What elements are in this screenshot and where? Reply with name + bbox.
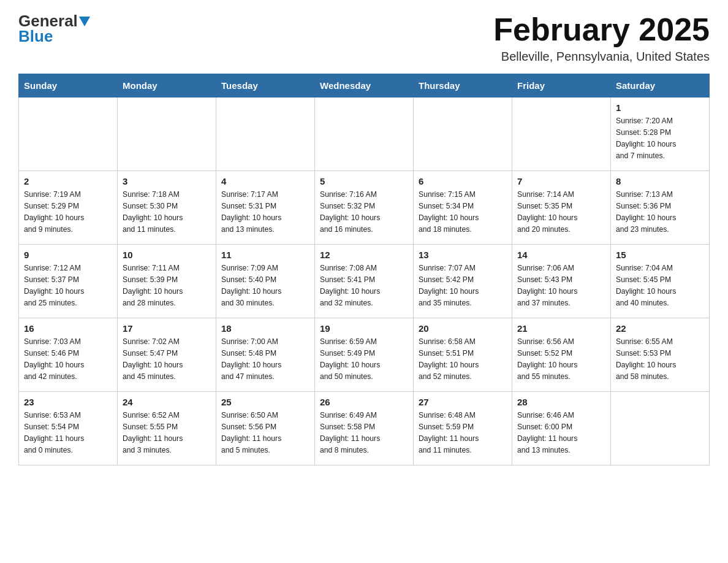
day-of-week-header: Wednesday [315,74,414,98]
calendar-day-cell [19,98,118,171]
day-number: 17 [123,323,211,334]
month-title: February 2025 [493,12,710,47]
day-number: 18 [221,323,309,334]
day-number: 6 [419,176,507,186]
day-number: 5 [320,176,408,186]
day-info: Sunrise: 7:06 AM Sunset: 5:43 PM Dayligh… [517,262,605,309]
day-info: Sunrise: 7:17 AM Sunset: 5:31 PM Dayligh… [221,189,309,236]
day-number: 26 [320,397,408,407]
page-header: General Blue February 2025 Belleville, P… [18,12,710,64]
day-info: Sunrise: 7:08 AM Sunset: 5:41 PM Dayligh… [320,262,408,309]
title-block: February 2025 Belleville, Pennsylvania, … [493,12,710,64]
logo: General Blue [18,12,90,45]
calendar-day-cell: 17Sunrise: 7:02 AM Sunset: 5:47 PM Dayli… [118,318,216,392]
calendar-day-cell: 9Sunrise: 7:12 AM Sunset: 5:37 PM Daylig… [19,245,118,318]
calendar-day-cell [216,98,315,171]
day-info: Sunrise: 7:20 AM Sunset: 5:28 PM Dayligh… [616,115,704,162]
calendar-day-cell: 4Sunrise: 7:17 AM Sunset: 5:31 PM Daylig… [216,171,315,245]
day-number: 2 [24,176,112,186]
location: Belleville, Pennsylvania, United States [493,50,710,64]
calendar-day-cell: 1Sunrise: 7:20 AM Sunset: 5:28 PM Daylig… [611,98,710,171]
day-of-week-header: Friday [512,74,611,98]
day-number: 14 [517,250,605,260]
day-number: 20 [419,323,507,334]
calendar-week-row: 16Sunrise: 7:03 AM Sunset: 5:46 PM Dayli… [19,318,710,392]
calendar-day-cell: 20Sunrise: 6:58 AM Sunset: 5:51 PM Dayli… [414,318,512,392]
day-of-week-header: Thursday [414,74,512,98]
calendar-day-cell: 14Sunrise: 7:06 AM Sunset: 5:43 PM Dayli… [512,245,611,318]
calendar-day-cell: 8Sunrise: 7:13 AM Sunset: 5:36 PM Daylig… [611,171,710,245]
day-number: 4 [221,176,309,186]
day-number: 13 [419,250,507,260]
calendar-day-cell: 13Sunrise: 7:07 AM Sunset: 5:42 PM Dayli… [414,245,512,318]
day-info: Sunrise: 7:13 AM Sunset: 5:36 PM Dayligh… [616,189,704,236]
calendar-day-cell: 12Sunrise: 7:08 AM Sunset: 5:41 PM Dayli… [315,245,414,318]
day-info: Sunrise: 7:09 AM Sunset: 5:40 PM Dayligh… [221,262,309,309]
calendar-week-row: 2Sunrise: 7:19 AM Sunset: 5:29 PM Daylig… [19,171,710,245]
day-info: Sunrise: 6:46 AM Sunset: 6:00 PM Dayligh… [517,410,605,456]
day-number: 15 [616,250,704,260]
day-info: Sunrise: 7:15 AM Sunset: 5:34 PM Dayligh… [419,189,507,236]
calendar-day-cell: 21Sunrise: 6:56 AM Sunset: 5:52 PM Dayli… [512,318,611,392]
day-info: Sunrise: 7:16 AM Sunset: 5:32 PM Dayligh… [320,189,408,236]
calendar-day-cell [315,98,414,171]
day-info: Sunrise: 6:55 AM Sunset: 5:53 PM Dayligh… [616,336,704,383]
calendar-day-cell: 11Sunrise: 7:09 AM Sunset: 5:40 PM Dayli… [216,245,315,318]
day-number: 19 [320,323,408,334]
calendar-day-cell: 7Sunrise: 7:14 AM Sunset: 5:35 PM Daylig… [512,171,611,245]
day-number: 22 [616,323,704,334]
calendar-header: SundayMondayTuesdayWednesdayThursdayFrid… [19,74,710,98]
day-of-week-header: Monday [118,74,216,98]
calendar-week-row: 1Sunrise: 7:20 AM Sunset: 5:28 PM Daylig… [19,98,710,171]
calendar-day-cell: 3Sunrise: 7:18 AM Sunset: 5:30 PM Daylig… [118,171,216,245]
calendar-day-cell: 24Sunrise: 6:52 AM Sunset: 5:55 PM Dayli… [118,392,216,465]
calendar-day-cell: 18Sunrise: 7:00 AM Sunset: 5:48 PM Dayli… [216,318,315,392]
calendar-header-row: SundayMondayTuesdayWednesdayThursdayFrid… [19,74,710,98]
day-info: Sunrise: 6:53 AM Sunset: 5:54 PM Dayligh… [24,410,112,456]
calendar-day-cell: 5Sunrise: 7:16 AM Sunset: 5:32 PM Daylig… [315,171,414,245]
day-number: 28 [517,397,605,407]
calendar-day-cell [414,98,512,171]
calendar-day-cell [118,98,216,171]
calendar-day-cell: 27Sunrise: 6:48 AM Sunset: 5:59 PM Dayli… [414,392,512,465]
calendar-day-cell: 16Sunrise: 7:03 AM Sunset: 5:46 PM Dayli… [19,318,118,392]
calendar-day-cell: 25Sunrise: 6:50 AM Sunset: 5:56 PM Dayli… [216,392,315,465]
calendar-body: 1Sunrise: 7:20 AM Sunset: 5:28 PM Daylig… [19,98,710,465]
day-info: Sunrise: 6:58 AM Sunset: 5:51 PM Dayligh… [419,336,507,383]
day-info: Sunrise: 7:03 AM Sunset: 5:46 PM Dayligh… [24,336,112,383]
day-info: Sunrise: 7:04 AM Sunset: 5:45 PM Dayligh… [616,262,704,309]
day-of-week-header: Tuesday [216,74,315,98]
day-number: 12 [320,250,408,260]
day-of-week-header: Sunday [19,74,118,98]
svg-marker-0 [79,17,90,26]
calendar-day-cell: 23Sunrise: 6:53 AM Sunset: 5:54 PM Dayli… [19,392,118,465]
day-number: 3 [123,176,211,186]
calendar-day-cell: 22Sunrise: 6:55 AM Sunset: 5:53 PM Dayli… [611,318,710,392]
day-info: Sunrise: 6:50 AM Sunset: 5:56 PM Dayligh… [221,410,309,456]
calendar-week-row: 23Sunrise: 6:53 AM Sunset: 5:54 PM Dayli… [19,392,710,465]
calendar-day-cell: 6Sunrise: 7:15 AM Sunset: 5:34 PM Daylig… [414,171,512,245]
day-info: Sunrise: 7:18 AM Sunset: 5:30 PM Dayligh… [123,189,211,236]
day-number: 23 [24,397,112,407]
calendar-day-cell: 10Sunrise: 7:11 AM Sunset: 5:39 PM Dayli… [118,245,216,318]
day-info: Sunrise: 7:11 AM Sunset: 5:39 PM Dayligh… [123,262,211,309]
day-info: Sunrise: 7:00 AM Sunset: 5:48 PM Dayligh… [221,336,309,383]
day-number: 8 [616,176,704,186]
day-number: 21 [517,323,605,334]
day-number: 16 [24,323,112,334]
day-number: 25 [221,397,309,407]
calendar-week-row: 9Sunrise: 7:12 AM Sunset: 5:37 PM Daylig… [19,245,710,318]
day-info: Sunrise: 7:19 AM Sunset: 5:29 PM Dayligh… [24,189,112,236]
calendar-day-cell: 26Sunrise: 6:49 AM Sunset: 5:58 PM Dayli… [315,392,414,465]
day-number: 10 [123,250,211,260]
day-of-week-header: Saturday [611,74,710,98]
calendar-day-cell: 15Sunrise: 7:04 AM Sunset: 5:45 PM Dayli… [611,245,710,318]
day-number: 7 [517,176,605,186]
day-info: Sunrise: 6:56 AM Sunset: 5:52 PM Dayligh… [517,336,605,383]
day-number: 9 [24,250,112,260]
day-info: Sunrise: 7:02 AM Sunset: 5:47 PM Dayligh… [123,336,211,383]
day-info: Sunrise: 7:14 AM Sunset: 5:35 PM Dayligh… [517,189,605,236]
day-number: 27 [419,397,507,407]
calendar-day-cell [611,392,710,465]
day-info: Sunrise: 6:48 AM Sunset: 5:59 PM Dayligh… [419,410,507,456]
